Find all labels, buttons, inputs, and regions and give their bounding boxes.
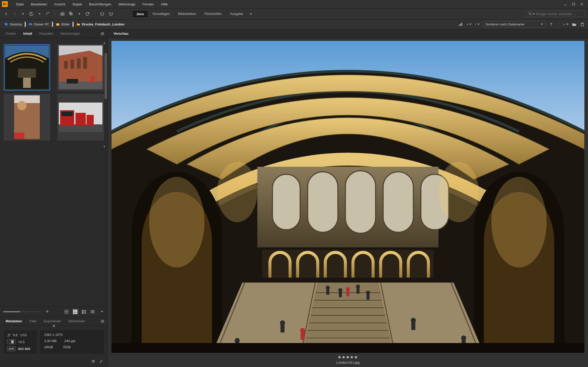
tab-sammlungen[interactable]: Sammlungen	[57, 29, 84, 38]
filesize-value: 3,30 MB	[44, 339, 56, 343]
view-list-button[interactable]	[90, 309, 96, 315]
menu-fenster[interactable]: Fenster	[139, 0, 157, 8]
menu-bearbeiten[interactable]: Bearbeiten	[27, 0, 51, 8]
breadcrumb-dieser-pc[interactable]: Dieser PC	[27, 21, 50, 27]
menu-stapel[interactable]: Stapel	[69, 0, 86, 8]
info-panel-menu[interactable]	[99, 319, 106, 324]
nav-recent-dropdown[interactable]	[36, 11, 42, 17]
rating-stars[interactable]: ★★★★★	[338, 355, 358, 360]
scroll-thumb[interactable]	[105, 53, 107, 99]
filter-funnel-button[interactable]	[475, 22, 480, 27]
workspace-tab-bibliotheken[interactable]: Bibliotheken	[174, 10, 201, 18]
menu-ansicht[interactable]: Ansicht	[51, 0, 69, 8]
svg-rect-35	[83, 57, 87, 69]
view-grid-lock-button[interactable]	[63, 309, 70, 315]
refresh-button[interactable]	[84, 11, 91, 17]
tab-vorschau[interactable]: Vorschau	[110, 29, 132, 38]
preview-filename: London-011.jpg	[336, 361, 359, 364]
get-photos-button[interactable]	[59, 11, 65, 17]
nav-recent-button[interactable]	[28, 11, 34, 17]
rating-filter-dropdown[interactable]	[466, 22, 471, 27]
svg-rect-58	[76, 311, 78, 312]
open-folder-button[interactable]	[563, 22, 568, 27]
new-folder-button[interactable]	[572, 22, 577, 27]
workspace-tab-filmstreifen[interactable]: Filmstreifen	[200, 10, 226, 18]
svg-rect-62	[82, 310, 83, 311]
iso-label: ISO	[18, 347, 24, 351]
thumbnail-item[interactable]	[2, 44, 52, 90]
thumbnail-scrollbar[interactable]: ▴ ▾	[105, 40, 107, 148]
workspace-tab-jens[interactable]: Jens	[132, 10, 148, 18]
view-grid-button[interactable]	[72, 309, 78, 315]
svg-rect-60	[75, 313, 76, 314]
nav-history-dropdown[interactable]	[20, 11, 26, 17]
zoom-add-button[interactable]: +	[44, 309, 50, 315]
view-more-button[interactable]	[98, 309, 105, 315]
svg-rect-36	[59, 81, 102, 89]
scroll-up-icon[interactable]: ▴	[103, 41, 107, 44]
svg-point-72	[91, 311, 91, 312]
metadata-apply-button[interactable]: ✓	[99, 358, 103, 364]
svg-rect-1	[573, 3, 575, 5]
rotate-cw-button[interactable]	[108, 11, 114, 17]
tab-metadaten[interactable]: Metadaten	[2, 317, 26, 326]
right-pane: Vorschau	[108, 29, 588, 367]
search-scope-dropdown[interactable]	[533, 13, 535, 15]
open-in-app-dropdown[interactable]	[76, 11, 82, 17]
metadata-cancel-button[interactable]: ✕	[91, 358, 96, 364]
thumbnail-item[interactable]	[2, 94, 52, 140]
thumbnail-size-slider[interactable]	[3, 311, 42, 312]
rating-filter-button[interactable]	[458, 22, 463, 27]
preview-image[interactable]	[111, 41, 584, 353]
svg-rect-113	[367, 293, 370, 300]
workspace-more-button[interactable]	[247, 10, 253, 18]
svg-rect-115	[280, 324, 284, 332]
breadcrumb-desktop[interactable]: Desktop	[3, 21, 23, 27]
svg-rect-50	[67, 310, 68, 311]
thumbnail-item[interactable]	[2, 38, 52, 41]
breadcrumb-current-folder[interactable]: Drucke_Fotobuch_London	[75, 21, 125, 27]
delete-button[interactable]	[580, 22, 585, 27]
svg-rect-117	[411, 322, 415, 330]
tab-inhalt[interactable]: Inhalt	[20, 29, 36, 38]
tab-favoriten[interactable]: Favoriten	[36, 29, 57, 38]
tab-exportieren[interactable]: Exportieren	[40, 317, 64, 326]
search-box[interactable]	[526, 11, 585, 17]
svg-rect-28	[18, 69, 36, 78]
awb-icon: AWB	[7, 346, 15, 351]
menu-hilfe[interactable]: Hilfe	[157, 0, 171, 8]
menu-datei[interactable]: Datei	[12, 0, 27, 8]
boomerang-icon[interactable]	[45, 11, 51, 17]
tab-stichworter[interactable]: Stichwörter	[65, 317, 89, 326]
sort-direction-button[interactable]	[549, 22, 554, 27]
left-panel-menu[interactable]	[99, 31, 106, 36]
window-minimize-button[interactable]	[561, 0, 570, 8]
menu-werkzeuge[interactable]: Werkzeuge	[115, 0, 139, 8]
window-maximize-button[interactable]	[570, 0, 578, 8]
view-details-button[interactable]	[81, 309, 87, 315]
nav-forward-button[interactable]	[12, 11, 18, 17]
svg-rect-82	[308, 172, 338, 232]
menu-beschriftungen[interactable]: Beschriftungen	[86, 0, 115, 8]
exposure-comp-value: +0,5	[18, 340, 25, 344]
svg-rect-61	[76, 313, 78, 314]
workspace-tab-grundlagen[interactable]: Grundlagen	[148, 10, 174, 18]
sort-dropdown[interactable]: Sortieren nach Dateiname	[483, 21, 546, 28]
thumbnail-item[interactable]	[56, 44, 106, 90]
search-input[interactable]	[536, 12, 583, 16]
scroll-down-icon[interactable]: ▾	[103, 144, 107, 148]
nav-back-button[interactable]	[3, 11, 9, 17]
thumbnail-item[interactable]	[56, 38, 106, 41]
breadcrumb-bilder[interactable]: Bilder	[55, 21, 71, 27]
drag-handle-icon[interactable]	[52, 325, 56, 327]
folder-icon	[76, 22, 80, 26]
tab-ordner[interactable]: Ordner	[2, 29, 20, 38]
tab-filter[interactable]: Filter	[26, 317, 40, 326]
thumbnail-item[interactable]	[56, 94, 106, 140]
window-close-button[interactable]	[578, 0, 586, 8]
rotate-ccw-button[interactable]	[99, 11, 105, 17]
svg-rect-4	[61, 13, 64, 15]
svg-point-73	[91, 313, 91, 313]
workspace-tab-ausgabe[interactable]: Ausgabe	[226, 10, 247, 18]
open-in-app-button[interactable]	[68, 11, 74, 17]
